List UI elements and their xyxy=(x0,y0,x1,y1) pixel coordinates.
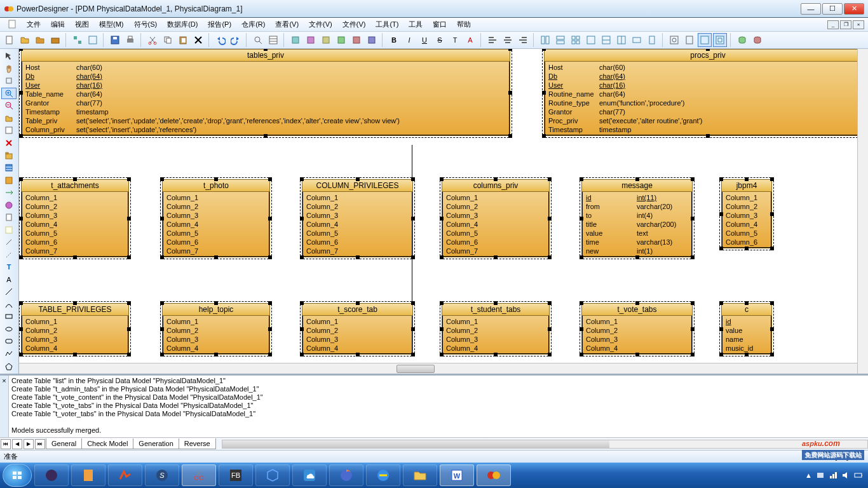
menu-file3[interactable]: 文件(V) xyxy=(339,18,370,30)
selection-handle[interactable] xyxy=(770,212,774,216)
selection-handle[interactable] xyxy=(214,177,218,181)
selection-handle[interactable] xyxy=(440,301,444,305)
menu-file2[interactable]: 文件(V) xyxy=(305,18,336,30)
align-right-icon[interactable] xyxy=(516,33,530,47)
mdi-restore-button[interactable]: ❐ xyxy=(840,20,851,29)
selection-handle[interactable] xyxy=(635,177,639,181)
italic-icon[interactable]: I xyxy=(402,33,416,47)
taskbar-ie-icon[interactable] xyxy=(366,464,400,486)
layout7-icon[interactable] xyxy=(630,33,644,47)
selection-handle[interactable] xyxy=(706,49,710,51)
selection-handle[interactable] xyxy=(300,301,304,305)
selection-handle[interactable] xyxy=(691,301,695,305)
zoom-fit-icon[interactable] xyxy=(667,33,681,47)
selection-handle[interactable] xyxy=(548,177,552,181)
taskbar-matlab-icon[interactable] xyxy=(108,464,142,486)
system-tray[interactable]: ▲ xyxy=(805,471,865,480)
selection-handle[interactable] xyxy=(548,327,552,331)
selection-handle[interactable] xyxy=(268,353,272,356)
zoom-in-icon[interactable] xyxy=(1,88,17,100)
tb-icon-1[interactable] xyxy=(288,33,302,47)
selection-handle[interactable] xyxy=(411,217,415,220)
menu-view[interactable]: 视图 xyxy=(71,18,93,30)
entity-procs_priv[interactable]: procs_privHostchar(60)Dbchar(64)Userchar… xyxy=(544,49,857,136)
folder2-icon[interactable] xyxy=(33,33,47,47)
procedure-icon[interactable] xyxy=(1,199,17,211)
selection-handle[interactable] xyxy=(691,353,695,356)
selection-handle[interactable] xyxy=(268,327,272,331)
selection-handle[interactable] xyxy=(73,177,77,181)
diagram-canvas[interactable]: tables_privHostchar(60)Dbchar(64)Usercha… xyxy=(19,49,857,363)
selection-handle[interactable] xyxy=(264,49,268,51)
file-icon[interactable] xyxy=(1,212,17,224)
tab-last-icon[interactable]: ⏭ xyxy=(35,439,45,449)
selection-handle[interactable] xyxy=(19,301,23,305)
tab-general[interactable]: General xyxy=(46,438,82,449)
delete2-icon[interactable] xyxy=(1,137,17,149)
selection-handle[interactable] xyxy=(160,177,164,181)
entity-tables_priv[interactable]: tables_privHostchar(60)Dbchar(64)Usercha… xyxy=(21,49,510,136)
text-icon[interactable]: T xyxy=(448,33,462,47)
selection-handle[interactable] xyxy=(268,177,272,181)
entity-jbpm4[interactable]: jbpm4Column_1Column_2Column_3Column_4Col… xyxy=(721,179,772,248)
new-icon[interactable] xyxy=(3,33,17,47)
print-icon[interactable] xyxy=(123,33,137,47)
properties-icon[interactable] xyxy=(266,33,280,47)
mdi-minimize-button[interactable]: _ xyxy=(827,20,839,29)
selection-handle[interactable] xyxy=(160,327,164,331)
taskbar-word-icon[interactable]: W xyxy=(440,464,474,486)
selection-handle[interactable] xyxy=(719,177,723,181)
open-pkg-icon[interactable] xyxy=(1,112,17,125)
entity-TABLE_PRIVILEGES[interactable]: TABLE_PRIVILEGESColumn_1Column_2Column_3… xyxy=(21,303,129,355)
horizontal-scrollbar[interactable] xyxy=(19,363,857,374)
dependency-icon[interactable] xyxy=(1,249,17,261)
selection-handle[interactable] xyxy=(127,301,131,305)
close-button[interactable]: ✕ xyxy=(844,3,864,15)
selection-handle[interactable] xyxy=(745,247,749,250)
text-tool-icon[interactable]: A xyxy=(1,274,17,286)
entity-columns_priv[interactable]: columns_privColumn_1Column_2Column_3Colu… xyxy=(442,179,550,257)
selection-handle[interactable] xyxy=(19,91,23,95)
align-left-icon[interactable] xyxy=(485,33,499,47)
menu-tools2[interactable]: 工具 xyxy=(405,18,426,30)
tab-first-icon[interactable]: ⏮ xyxy=(1,439,11,449)
selection-handle[interactable] xyxy=(300,177,304,181)
folder-icon[interactable] xyxy=(18,33,32,47)
entity-t_score_tab[interactable]: t_score_tabColumn_1Column_2Column_3Colum… xyxy=(302,303,413,355)
link-icon[interactable] xyxy=(1,236,17,248)
rectangle-icon[interactable] xyxy=(1,311,17,323)
selection-handle[interactable] xyxy=(548,255,552,259)
minimize-button[interactable]: — xyxy=(801,3,821,15)
tb-icon-6[interactable] xyxy=(365,33,379,47)
selection-handle[interactable] xyxy=(494,255,498,259)
selection-handle[interactable] xyxy=(127,217,131,220)
selection-handle[interactable] xyxy=(19,353,23,356)
taskbar-cube-icon[interactable] xyxy=(255,464,290,486)
selection-handle[interactable] xyxy=(440,255,444,259)
taskbar-snip-icon[interactable] xyxy=(182,464,216,486)
color-icon[interactable]: A xyxy=(463,33,477,47)
selection-handle[interactable] xyxy=(73,353,77,356)
selection-handle[interactable] xyxy=(127,327,131,331)
taskbar-explorer-icon[interactable] xyxy=(403,464,437,486)
output-text[interactable]: Create Table "list" in the Physical Data… xyxy=(9,376,868,437)
selection-handle[interactable] xyxy=(19,255,23,259)
tray-volume-icon[interactable] xyxy=(841,471,850,480)
selection-handle[interactable] xyxy=(745,353,749,356)
layout6-icon[interactable] xyxy=(614,33,628,47)
selection-handle[interactable] xyxy=(411,301,415,305)
menu-edit[interactable]: 编辑 xyxy=(47,18,69,30)
tab-check-model[interactable]: Check Model xyxy=(81,438,133,449)
strike-icon[interactable]: S xyxy=(433,33,447,47)
selection-handle[interactable] xyxy=(719,327,723,331)
selection-handle[interactable] xyxy=(580,177,583,181)
entity-help_topic[interactable]: help_topicColumn_1Column_2Column_3Column… xyxy=(162,303,270,355)
selection-handle[interactable] xyxy=(440,353,444,356)
cut-icon[interactable] xyxy=(146,33,159,47)
tab-next-icon[interactable]: ▶ xyxy=(24,439,34,449)
selection-handle[interactable] xyxy=(300,353,304,356)
selection-handle[interactable] xyxy=(73,255,77,259)
start-button[interactable] xyxy=(3,464,32,487)
pointer-icon[interactable] xyxy=(1,50,17,62)
zoom-page-icon[interactable] xyxy=(682,33,696,47)
